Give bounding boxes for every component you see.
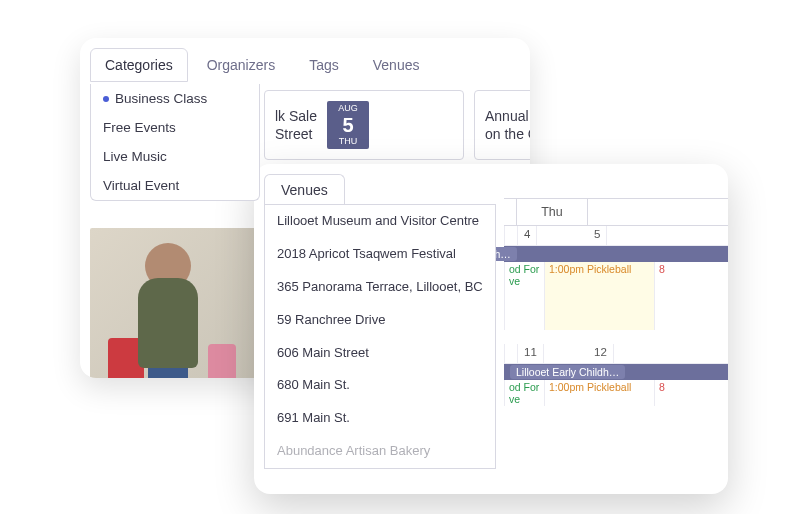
category-item[interactable]: Virtual Event bbox=[91, 171, 259, 200]
category-label: Free Events bbox=[103, 120, 176, 135]
calendar-grid: Thu 4 5 ildh… od Forve 1:00pm Pickleball… bbox=[504, 198, 728, 494]
cal-event[interactable]: 8 bbox=[654, 380, 724, 406]
cal-date: 12 bbox=[543, 344, 613, 363]
calendar-date-row: 11 12 bbox=[504, 344, 728, 364]
tab-venues-front[interactable]: Venues bbox=[264, 174, 345, 205]
category-item[interactable]: Live Music bbox=[91, 142, 259, 171]
venues-dropdown: Lillooet Museum and Visitor Centre 2018 … bbox=[264, 204, 496, 469]
cal-event[interactable]: 1:00pm Pickleball bbox=[544, 262, 654, 288]
venue-item[interactable]: 691 Main St. bbox=[265, 402, 495, 435]
cal-event[interactable]: od Forve bbox=[504, 262, 544, 288]
cal-header-thu: Thu bbox=[517, 199, 587, 225]
calendar-panel: Venues Lillooet Museum and Visitor Centr… bbox=[254, 164, 728, 494]
badge-month: AUG bbox=[338, 104, 358, 113]
calendar-event-band[interactable]: Lillooet Early Childh… bbox=[504, 364, 728, 380]
cal-event[interactable]: 1:00pm Pickleball bbox=[544, 380, 654, 406]
venue-item[interactable]: 2018 Apricot Tsaqwem Festival bbox=[265, 238, 495, 271]
tab-organizers[interactable]: Organizers bbox=[192, 48, 290, 82]
cal-date: 5 bbox=[536, 226, 606, 245]
calendar-event-band[interactable]: ildh… bbox=[504, 246, 728, 262]
event-date-badge: AUG 5 THU bbox=[327, 101, 369, 149]
event-card[interactable]: lk Sale Street AUG 5 THU bbox=[264, 90, 464, 160]
bullet-icon bbox=[103, 96, 109, 102]
category-item[interactable]: Business Class bbox=[91, 84, 259, 113]
venue-item[interactable]: Abundance Artisan Bakery bbox=[265, 435, 495, 468]
cal-date: 11 bbox=[517, 344, 543, 363]
badge-dow: THU bbox=[339, 137, 358, 146]
cal-event[interactable]: od Forve bbox=[504, 380, 544, 406]
category-label: Virtual Event bbox=[103, 178, 179, 193]
calendar-date-row: 4 5 bbox=[504, 226, 728, 246]
cal-date: 4 bbox=[517, 226, 536, 245]
category-label: Live Music bbox=[103, 149, 167, 164]
event-title: lk Sale Street bbox=[275, 107, 317, 143]
event-card[interactable]: Annual Sidewalk S on the Church Str bbox=[474, 90, 530, 160]
venue-item[interactable]: 680 Main St. bbox=[265, 369, 495, 402]
category-label: Business Class bbox=[115, 91, 207, 106]
venue-item[interactable]: 606 Main Street bbox=[265, 337, 495, 370]
badge-day: 5 bbox=[342, 115, 353, 135]
categories-dropdown: Business Class Free Events Live Music Vi… bbox=[90, 84, 260, 201]
venue-item[interactable]: Lillooet Museum and Visitor Centre bbox=[265, 205, 495, 238]
category-item[interactable]: Free Events bbox=[91, 113, 259, 142]
venue-item[interactable]: 365 Panorama Terrace, Lillooet, BC bbox=[265, 271, 495, 304]
venue-item[interactable]: 59 Ranchree Drive bbox=[265, 304, 495, 337]
event-title: Annual Sidewalk S on the Church Str bbox=[485, 107, 530, 143]
tab-categories[interactable]: Categories bbox=[90, 48, 188, 82]
filter-tabs: Categories Organizers Tags Venues bbox=[80, 38, 530, 82]
cal-event[interactable]: 8 bbox=[654, 262, 724, 288]
tab-venues-back[interactable]: Venues bbox=[358, 48, 435, 82]
tab-tags[interactable]: Tags bbox=[294, 48, 354, 82]
band-label: Lillooet Early Childh… bbox=[510, 365, 625, 379]
calendar-header-row: Thu bbox=[504, 198, 728, 226]
